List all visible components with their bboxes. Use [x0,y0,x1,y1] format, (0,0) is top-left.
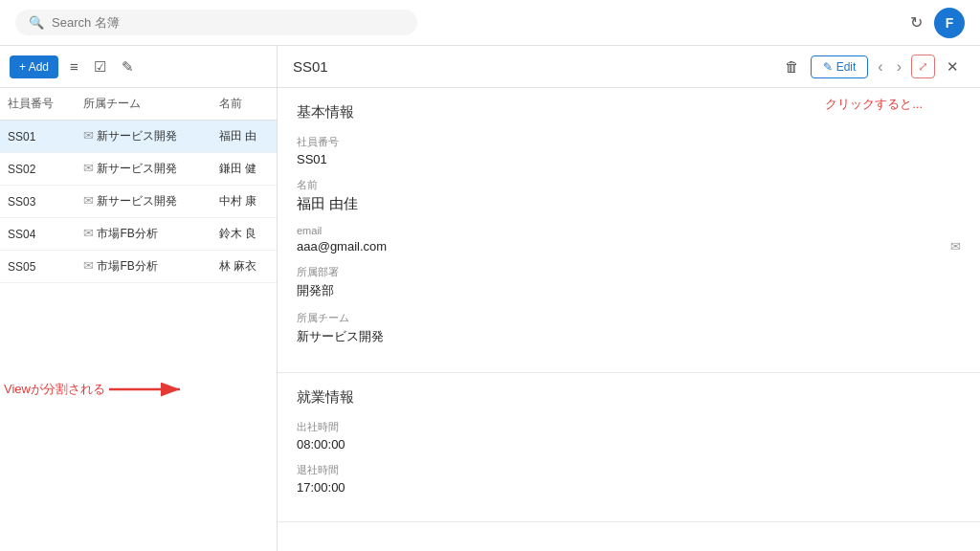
cell-id: SS03 [0,186,76,218]
col-header-name: 名前 [212,88,277,121]
pencil-button[interactable]: ✎ [118,55,138,79]
table-row[interactable]: SS03✉ 新サービス開発中村 康 [0,186,277,218]
table-row[interactable]: SS05✉ 市場FB分析林 麻衣 [0,251,277,283]
start-time-value: 08:00:00 [297,437,961,452]
detail-actions: 🗑 ✎ Edit ‹ › ⤢ ✕ [779,55,965,79]
expand-button[interactable]: ⤢ [911,55,935,78]
work-info-title: 就業情報 [297,388,961,407]
employee-id-label: 社員番号 [297,135,961,149]
cell-team: ✉ 市場FB分析 [76,218,211,251]
detail-content: 基本情報 社員番号 SS01 名前 福田 由佳 email aaa@gmail.… [278,88,980,551]
top-bar: 🔍 ↻ F [0,0,980,46]
basic-info-section: 基本情報 社員番号 SS01 名前 福田 由佳 email aaa@gmail.… [278,88,980,373]
right-panel: SS01 🗑 ✎ Edit ‹ › ⤢ ✕ 基本情報 社員番号 SS01 [278,46,980,551]
search-icon: 🔍 [29,15,44,30]
cell-id: SS05 [0,251,76,283]
table-row[interactable]: SS02✉ 新サービス開発鎌田 健 [0,153,277,186]
mail-icon: ✉ [83,128,94,143]
main-area: + Add ≡ ☑ ✎ 社員番号 所属チーム 名前 SS01✉ 新サービス開発福… [0,46,980,551]
add-button[interactable]: + Add [10,55,58,78]
mail-icon: ✉ [83,258,94,273]
dept-label: 所属部署 [297,265,961,279]
basic-info-title: 基本情報 [297,103,961,121]
check-button[interactable]: ☑ [90,55,110,79]
top-bar-right: ↻ F [910,8,965,38]
close-button[interactable]: ✕ [941,55,965,79]
employee-table: 社員番号 所属チーム 名前 SS01✉ 新サービス開発福田 由SS02✉ 新サー… [0,88,277,283]
edit-button[interactable]: ✎ Edit [811,55,869,78]
team-value: 新サービス開発 [297,328,961,345]
cell-name: 鎌田 健 [212,153,277,186]
edit-pencil-icon: ✎ [823,60,833,74]
start-time-field: 出社時間 08:00:00 [297,420,961,452]
nav-next-button[interactable]: › [893,56,905,77]
table-row[interactable]: SS01✉ 新サービス開発福田 由 [0,121,277,153]
employee-id-field: 社員番号 SS01 [297,135,961,166]
name-value: 福田 由佳 [297,195,961,213]
left-panel: + Add ≡ ☑ ✎ 社員番号 所属チーム 名前 SS01✉ 新サービス開発福… [0,46,278,551]
cell-name: 鈴木 良 [212,218,277,251]
avatar[interactable]: F [934,8,965,38]
name-field: 名前 福田 由佳 [297,178,961,213]
mail-icon: ✉ [83,161,94,175]
list-toolbar: + Add ≡ ☑ ✎ [0,46,277,88]
mail-icon: ✉ [83,226,94,240]
table-row[interactable]: SS04✉ 市場FB分析鈴木 良 [0,218,277,251]
col-header-team: 所属チーム [76,88,211,121]
cell-name: 中村 康 [212,186,277,218]
dept-field: 所属部署 開発部 [297,265,961,299]
team-label: 所属チーム [297,311,961,325]
trash-button[interactable]: 🗑 [779,55,805,78]
email-value: aaa@gmail.com [297,239,387,253]
work-info-section: 就業情報 出社時間 08:00:00 退社時間 17:00:00 [278,373,980,522]
end-time-value: 17:00:00 [297,480,961,495]
cell-team: ✉ 新サービス開発 [76,186,211,218]
cell-team: ✉ 新サービス開発 [76,121,211,153]
name-label: 名前 [297,178,961,192]
edit-label: Edit [836,60,857,74]
cell-name: 福田 由 [212,121,277,153]
cell-id: SS02 [0,153,76,186]
cell-team: ✉ 新サービス開発 [76,153,211,186]
start-time-label: 出社時間 [297,420,961,434]
nav-prev-button[interactable]: ‹ [874,56,886,77]
team-field: 所属チーム 新サービス開発 [297,311,961,345]
end-time-field: 退社時間 17:00:00 [297,463,961,495]
employee-id-value: SS01 [297,152,961,166]
mail-icon: ✉ [83,193,94,208]
cell-team: ✉ 市場FB分析 [76,251,211,283]
reload-icon[interactable]: ↻ [910,13,923,32]
filter-button[interactable]: ≡ [66,55,82,78]
end-time-label: 退社時間 [297,463,961,477]
detail-title: SS01 [293,58,328,75]
detail-header: SS01 🗑 ✎ Edit ‹ › ⤢ ✕ [278,46,980,88]
search-input[interactable] [52,15,404,30]
email-mail-icon: ✉ [950,239,961,253]
search-box[interactable]: 🔍 [15,10,417,35]
email-field: email aaa@gmail.com ✉ [297,225,961,253]
table-header-row: 社員番号 所属チーム 名前 [0,88,277,121]
cell-id: SS04 [0,218,76,251]
cell-name: 林 麻衣 [212,251,277,283]
dept-value: 開発部 [297,282,961,299]
email-label: email [297,225,961,236]
cell-id: SS01 [0,121,76,153]
col-header-id: 社員番号 [0,88,76,121]
